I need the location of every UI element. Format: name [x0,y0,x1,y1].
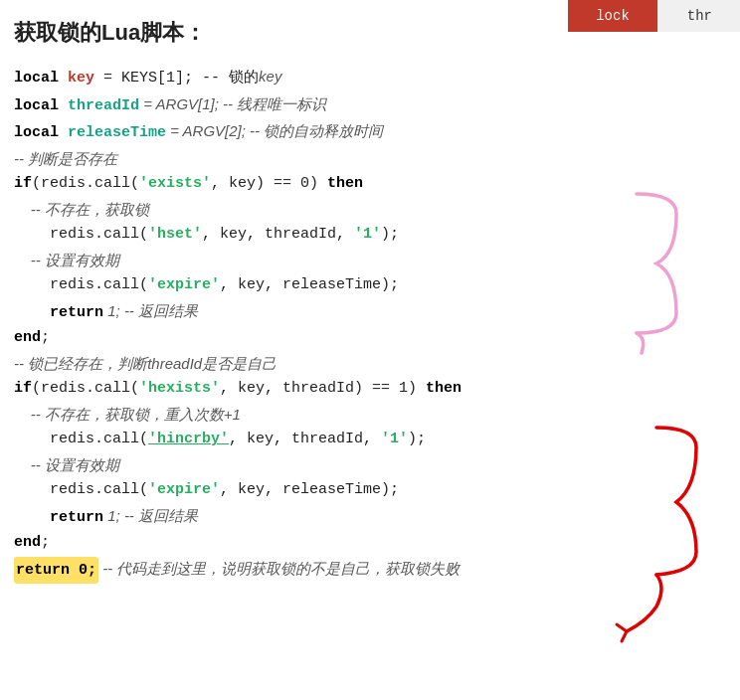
code-token: 'expire' [148,272,220,298]
code-token: = ARGV[2]; -- 锁的自动释放时间 [166,118,383,144]
code-token: then [327,171,363,197]
code-line: local threadId = ARGV[1]; -- 线程唯一标识 [14,91,726,119]
code-line: return 1; -- 返回结果 [14,298,726,326]
code-token: -- 设置有效期 [14,452,119,478]
code-line: -- 不存在，获取锁，重入次数+1 [14,402,726,428]
code-area: local key = KEYS[1]; -- 锁的keylocal threa… [0,58,740,598]
code-token: return [50,505,103,531]
code-token: redis.call( [14,272,148,298]
code-token: threadId [68,93,139,119]
code-token: = ARGV[1]; -- 线程唯一标识 [139,91,326,117]
code-line: local key = KEYS[1]; -- 锁的key [14,64,726,91]
code-token: -- 锁已经存在，判断threadId是否是自己 [14,351,277,377]
code-line: -- 设置有效期 [14,452,726,478]
code-token: 'expire' [148,477,220,503]
code-token: , key) == 0) [211,171,327,197]
code-token: ); [381,222,399,248]
code-token: return [50,300,103,326]
code-token: 'hincrby' [148,427,229,452]
code-token [14,505,50,531]
code-token: -- 设置有效期 [14,248,119,273]
code-line: redis.call('expire', key, releaseTime); [14,477,726,503]
code-token: then [426,376,462,402]
code-line: -- 不存在，获取锁 [14,197,726,223]
code-token: 'hexists' [139,376,220,402]
code-line: end; [14,325,726,351]
code-token: 'hset' [148,222,202,248]
lock-button[interactable]: lock [568,0,657,32]
code-token: -- 判断是否存在 [14,146,117,172]
code-comment: -- 代码走到这里，说明获取锁的不是自己，获取锁失败 [98,556,460,582]
code-line: local releaseTime = ARGV[2]; -- 锁的自动释放时间 [14,118,726,146]
code-token: , key, releaseTime); [220,272,399,298]
code-token: end [14,325,41,351]
code-token: end [14,530,41,556]
code-token [14,300,50,326]
code-line: end; [14,530,726,556]
code-token: , key, threadId) == 1) [220,376,426,402]
code-token: (redis.call( [32,376,139,402]
thr-button[interactable]: thr [659,0,740,32]
code-token: -- 不存在，获取锁，重入次数+1 [14,402,241,428]
code-line: -- 判断是否存在 [14,146,726,172]
code-token: ; [41,325,50,351]
code-line: if(redis.call('hexists', key, threadId) … [14,376,726,402]
code-token: ; [41,530,50,556]
code-token: if [14,376,32,402]
code-token: releaseTime [68,120,166,146]
code-line: redis.call('expire', key, releaseTime); [14,272,726,298]
code-token: -- 不存在，获取锁 [14,197,149,223]
code-token: redis.call( [14,427,148,452]
code-token: 'exists' [139,171,211,197]
code-token: redis.call( [14,222,148,248]
code-line: -- 设置有效期 [14,248,726,273]
code-token: 1; -- 返回结果 [103,503,198,529]
code-token: '1' [381,427,408,452]
code-token: local [14,120,68,146]
top-bar: lock thr [568,0,740,32]
code-token: local [14,93,68,119]
code-token: 1; -- 返回结果 [103,298,198,324]
code-token: (redis.call( [32,171,139,197]
code-token: ); [408,427,426,452]
code-token: local [14,66,68,91]
code-token: = KEYS[1]; -- 锁的 [94,66,259,91]
code-token: if [14,171,32,197]
code-token: , key, releaseTime); [220,477,399,503]
code-line: -- 锁已经存在，判断threadId是否是自己 [14,351,726,377]
code-token: redis.call( [14,477,148,503]
highlighted-return: return 0; [14,557,98,585]
code-token: , key, threadId, [202,222,354,248]
code-token: , key, threadId, [229,427,381,452]
code-line: redis.call('hincrby', key, threadId, '1'… [14,427,726,452]
code-line: return 1; -- 返回结果 [14,503,726,531]
code-token: '1' [354,222,381,248]
code-line: if(redis.call('exists', key) == 0) then [14,171,726,197]
code-token: key [68,66,94,91]
code-token: key [259,64,281,89]
code-line: redis.call('hset', key, threadId, '1'); [14,222,726,248]
code-line: return 0; -- 代码走到这里，说明获取锁的不是自己，获取锁失败 [14,556,726,585]
